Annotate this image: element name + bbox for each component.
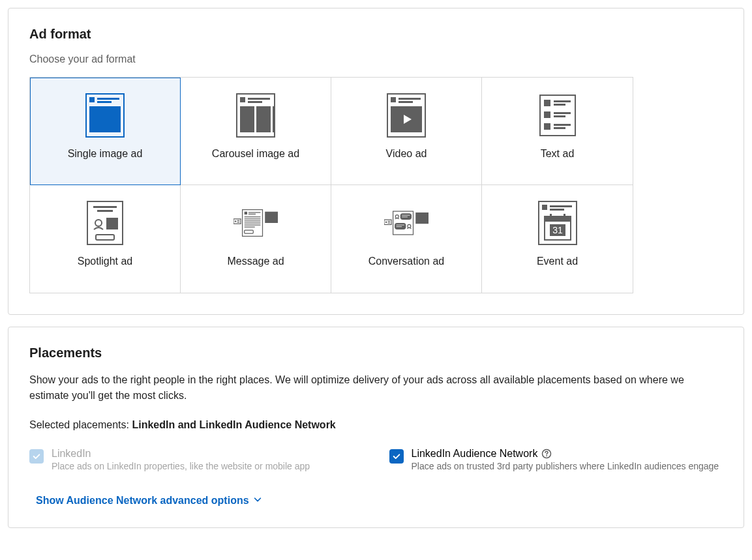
svg-rect-24: [554, 115, 565, 117]
placements-selected: Selected placements: LinkedIn and Linked…: [29, 419, 723, 431]
placement-desc: Place ads on trusted 3rd party publisher…: [412, 461, 719, 471]
ad-format-label: Spotlight ad: [78, 256, 133, 267]
placements-selected-prefix: Selected placements:: [29, 419, 132, 430]
ad-format-label: Video ad: [386, 148, 427, 160]
svg-rect-34: [233, 219, 241, 224]
svg-rect-8: [248, 101, 262, 103]
help-icon[interactable]: [541, 449, 552, 459]
conversation-icon: [384, 201, 429, 245]
svg-point-31: [95, 220, 102, 226]
svg-rect-42: [245, 216, 261, 217]
ad-format-event[interactable]: 31 Event ad: [482, 185, 633, 293]
svg-rect-52: [388, 221, 391, 222]
ad-format-message[interactable]: Message ad: [181, 185, 331, 293]
show-advanced-options-link[interactable]: Show Audience Network advanced options: [36, 495, 262, 507]
placement-audience-network[interactable]: LinkedIn Audience Network Place ads on t…: [389, 448, 723, 471]
svg-rect-27: [554, 127, 565, 129]
svg-rect-3: [97, 101, 112, 103]
svg-rect-29: [93, 206, 117, 208]
placements-panel: Placements Show your ads to the right pe…: [8, 327, 744, 528]
svg-rect-20: [554, 100, 571, 102]
placement-label: LinkedIn: [52, 448, 310, 460]
svg-rect-45: [245, 222, 261, 223]
svg-rect-11: [273, 106, 275, 132]
svg-rect-50: [384, 220, 391, 224]
placement-label-text: LinkedIn Audience Network: [412, 448, 538, 460]
placement-linkedin: LinkedIn Place ads on LinkedIn propertie…: [29, 448, 363, 471]
ad-format-label: Conversation ad: [368, 256, 445, 267]
svg-rect-37: [237, 222, 240, 222]
svg-rect-39: [245, 212, 247, 214]
svg-rect-59: [395, 223, 406, 229]
svg-rect-15: [399, 101, 413, 103]
placement-label: LinkedIn Audience Network: [412, 448, 719, 460]
svg-rect-4: [89, 106, 121, 132]
svg-rect-21: [554, 104, 565, 106]
ad-format-label: Text ad: [541, 148, 575, 160]
svg-rect-23: [554, 112, 571, 114]
svg-rect-25: [544, 123, 550, 130]
ad-format-subtitle: Choose your ad format: [29, 53, 723, 65]
svg-point-55: [395, 215, 399, 218]
ad-format-grid: Single image ad Carousel image ad: [29, 77, 633, 293]
svg-rect-57: [402, 215, 410, 216]
svg-point-75: [547, 455, 548, 456]
text-ad-icon: [535, 93, 580, 138]
svg-rect-69: [545, 216, 571, 222]
ad-format-panel: Ad format Choose your ad format Single i…: [8, 8, 744, 315]
svg-rect-26: [554, 124, 571, 126]
ad-format-label: Carousel image ad: [212, 148, 299, 160]
placements-title: Placements: [29, 346, 723, 361]
svg-rect-44: [245, 220, 261, 221]
ad-format-spotlight[interactable]: Spotlight ad: [30, 185, 181, 293]
svg-rect-33: [96, 235, 114, 240]
svg-point-51: [385, 222, 387, 223]
event-icon: 31: [535, 201, 580, 245]
svg-rect-63: [415, 213, 429, 224]
svg-rect-14: [399, 98, 421, 100]
svg-rect-40: [248, 212, 261, 213]
checkbox-audience-network[interactable]: [389, 449, 404, 464]
svg-rect-46: [245, 224, 261, 225]
placement-desc: Place ads on LinkedIn properties, like t…: [52, 461, 310, 471]
checkbox-linkedin: [29, 449, 44, 464]
svg-rect-32: [106, 218, 118, 229]
svg-rect-19: [544, 100, 550, 106]
svg-rect-67: [550, 209, 564, 211]
video-icon: [384, 93, 429, 138]
ad-format-carousel[interactable]: Carousel image ad: [181, 78, 331, 185]
carousel-icon: [233, 93, 278, 138]
placements-selected-value: LinkedIn and LinkedIn Audience Network: [132, 419, 335, 430]
svg-rect-53: [388, 222, 391, 223]
ad-format-conversation[interactable]: Conversation ad: [331, 185, 482, 293]
svg-rect-10: [256, 106, 271, 132]
svg-rect-9: [240, 106, 254, 132]
svg-rect-47: [245, 227, 255, 228]
ad-format-label: Single image ad: [68, 148, 143, 160]
placements-list: LinkedIn Place ads on LinkedIn propertie…: [29, 448, 723, 471]
svg-rect-56: [400, 213, 412, 220]
message-icon: [233, 201, 278, 245]
ad-format-single-image[interactable]: Single image ad: [30, 78, 181, 185]
ad-format-text[interactable]: Text ad: [482, 78, 633, 185]
svg-rect-6: [240, 97, 245, 102]
svg-rect-7: [248, 98, 270, 100]
svg-rect-30: [97, 210, 113, 212]
placements-description: Show your ads to the right people in the…: [29, 372, 723, 404]
svg-rect-58: [402, 216, 408, 217]
svg-rect-60: [397, 224, 404, 225]
svg-rect-66: [550, 205, 572, 207]
spotlight-icon: [83, 201, 127, 245]
advanced-link-label: Show Audience Network advanced options: [36, 495, 249, 507]
svg-rect-65: [542, 205, 547, 210]
svg-rect-49: [265, 212, 278, 223]
svg-rect-70: [550, 214, 552, 218]
svg-rect-22: [544, 111, 550, 118]
svg-rect-43: [245, 218, 261, 219]
svg-rect-1: [89, 97, 95, 102]
svg-rect-61: [397, 226, 402, 227]
svg-rect-48: [245, 230, 254, 233]
ad-format-video[interactable]: Video ad: [331, 78, 482, 185]
svg-rect-13: [391, 97, 396, 102]
svg-rect-71: [564, 214, 565, 218]
